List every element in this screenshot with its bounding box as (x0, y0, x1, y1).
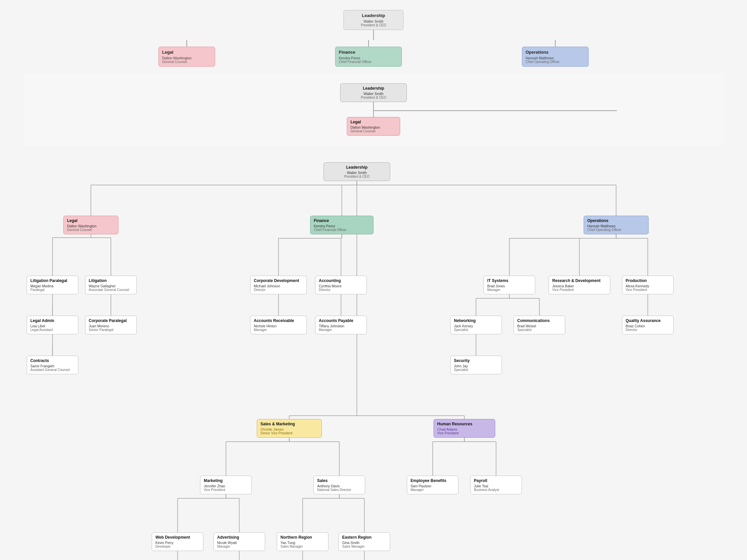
leadership-role: President & CEO (327, 175, 387, 178)
node-corporate-development: Corporate Development Michael Johnson Di… (250, 276, 307, 294)
node-marketing: Marketing Jennifer Zhao Vice President (200, 476, 252, 494)
node-hr: Human Resources Chad Adams Vice Presiden… (434, 419, 495, 438)
node-production: Production Alexa Kennedy Vice President (622, 276, 674, 294)
node-leadership: Leadership Walter Smith President & CEO (324, 162, 390, 181)
node-legal: Legal Dalton Washington General Counsel (347, 117, 400, 136)
node-northern-region: Northern Region Yao Tung Sales Manager (277, 532, 329, 551)
leadership-name: Walter Smith (327, 171, 387, 175)
node-corporate-paralegal: Corporate Paralegal Juan Moreno Senior P… (85, 316, 137, 334)
node-leadership: Leadership Walter Smith President & CEO (343, 10, 404, 30)
node-accounting: Accounting Cynthia Moore Director (315, 276, 367, 294)
node-accounts-receivable: Accounts Receivable Nichole Hinton Manag… (250, 316, 307, 334)
node-operations: Operations Hannah Matthews Chief Operati… (522, 47, 589, 67)
node-legal: Legal Dalton Washington General Counsel (158, 47, 215, 67)
node-employee-benefits: Employee Benefits Sam Paulson Manager (407, 476, 459, 494)
node-contracts: Contracts Samir Frangieh Assistant Gener… (27, 356, 78, 374)
node-finance: Finance Kendra Perez Chief Financial Off… (335, 47, 402, 67)
chart-wrap: Leadership Walter Smith President & CEO (23, 73, 724, 146)
node-it-systems: IT Systems Brad Jones Manager (484, 276, 535, 294)
node-legal: Legal Dalton Washington General Counsel (63, 216, 119, 234)
node-leadership: Leadership Walter Smith President & CEO (340, 83, 407, 102)
node-quality-assurance: Quality Assurance Boaz Cohen Director (622, 316, 674, 334)
leadership-name: Walter Smith (344, 92, 403, 96)
node-litigation: Litigation Wayne Gallagher Associate Gen… (85, 276, 137, 294)
leadership-role: President & CEO (344, 96, 403, 99)
node-security: Security John Jay Specialist (450, 356, 502, 374)
leadership-title: Leadership (344, 86, 403, 91)
org-chart-main: Leadership Walter Smith President & CEO … (23, 152, 724, 560)
node-operations: Operations Hannah Matthews Chief Operati… (584, 216, 649, 234)
node-networking: Networking Jack Kersey Specialist (450, 316, 502, 334)
node-legal-admin: Legal Admin Lisa Libel Legal Assistant (27, 316, 78, 334)
node-litigation-paralegal: Litigation Paralegal Megan Medina Parale… (27, 276, 78, 294)
node-finance: Finance Kendra Perez Chief Financial Off… (310, 216, 374, 234)
node-communications: Communications Brad Weisel Specialist (514, 316, 565, 334)
org-chart: Leadership Walter Smith President & CEO … (3, 3, 744, 73)
node-eastern-region: Eastern Region Gina Smith Sales Manager (338, 532, 390, 551)
node-rd: Research & Development Jessica Baker Vic… (548, 276, 610, 294)
node-web-development: Web Development Kevin Perry Developer (152, 532, 203, 551)
node-payroll: Payroll Julie Tsai Business Analyst (470, 476, 522, 494)
node-sales: Sales Anthony Davis National Sales Direc… (313, 476, 365, 494)
node-advertising: Advertising Nicole Wyatt Manager (213, 532, 265, 551)
node-accounts-payable: Accounts Payable Tiffany Johnston Manage… (315, 316, 367, 334)
leadership-title: Leadership (327, 165, 387, 170)
node-sales-marketing: Sales & Marketing Christie James Senior … (257, 419, 322, 438)
